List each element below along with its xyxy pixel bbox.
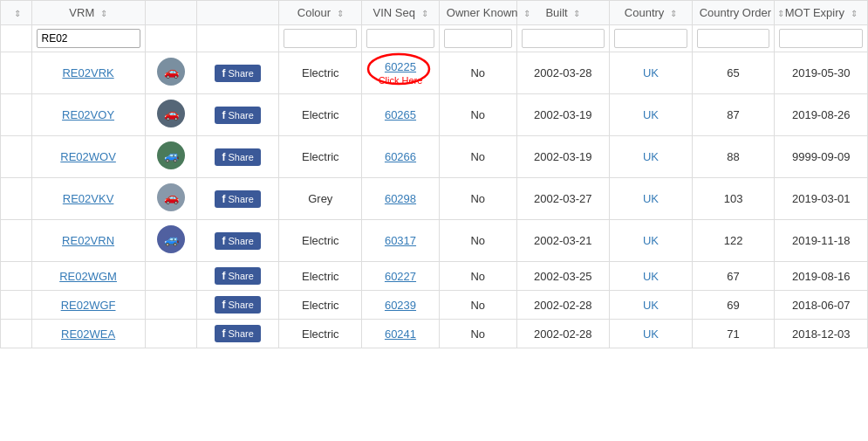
row-countryorder-cell: 69 [692,291,775,320]
filter-vinseq-input[interactable] [366,29,434,48]
filter-ownerknown-input[interactable] [444,29,512,48]
share-label: Share [228,271,253,281]
filter-built-input[interactable] [522,29,605,48]
share-label: Share [228,328,253,339]
row-built-cell: 2002-03-19 [516,94,609,136]
share-button[interactable]: f Share [215,296,260,314]
row-arrow-cell [1,52,32,94]
row-country-cell: UK [610,178,693,220]
filter-row [1,25,868,52]
row-avatar-cell: 🚙 [145,136,196,178]
country-link[interactable]: UK [643,327,659,341]
vinseq-link[interactable]: 60241 [385,327,416,341]
vrm-link[interactable]: RE02WEA [61,327,115,341]
share-button[interactable]: f Share [215,107,260,124]
row-colour-cell: Electric [279,136,362,178]
filter-colour-input[interactable] [284,29,357,48]
table-row: RE02VRK🚗 f Share Electric 60225 Click He… [1,52,868,94]
row-motexpiry-cell: 9999-09-09 [775,136,868,178]
vinseq-link[interactable]: 60266 [385,150,416,163]
svg-text:🚙: 🚙 [163,232,179,247]
sort-arrows-colour[interactable]: ⇕ [337,9,344,18]
sort-arrows-countryorder[interactable]: ⇕ [777,9,784,18]
vrm-link[interactable]: RE02WGM [59,270,117,283]
filter-motexpiry-input[interactable] [779,29,863,48]
vinseq-link[interactable]: 60317 [385,234,416,247]
share-button[interactable]: f Share [215,232,260,250]
filter-countryorder-input[interactable] [697,29,770,48]
row-vrm-cell: RE02VKV [31,178,145,220]
row-arrow-cell [1,178,32,220]
sort-arrows-ownerknown[interactable]: ⇕ [523,9,530,18]
sort-arrows-built[interactable]: ⇕ [573,9,580,18]
row-avatar-cell [145,291,196,320]
row-country-cell: UK [610,291,693,320]
share-label: Share [228,68,253,79]
row-vinseq-cell: 60266 [362,136,440,178]
row-country-cell: UK [610,262,693,291]
row-avatar-cell [145,262,196,291]
row-built-cell: 2002-03-21 [516,220,609,262]
vinseq-link[interactable]: 60298 [385,192,416,205]
vinseq-link[interactable]: 60265 [385,108,416,121]
country-link[interactable]: UK [643,192,659,205]
row-avatar-cell: 🚗 [145,52,196,94]
row-built-cell: 2002-03-19 [516,136,609,178]
header-row: ⇕ VRM ⇕ Colour ⇕ VIN Seq ⇕ Owner Known ⇕… [1,1,868,25]
country-link[interactable]: UK [643,270,659,283]
vrm-link[interactable]: RE02VKV [63,192,114,205]
row-vrm-cell: RE02WGM [31,262,145,291]
share-button[interactable]: f Share [215,267,260,285]
share-label: Share [228,152,253,162]
row-countryorder-cell: 71 [692,320,775,348]
country-link[interactable]: UK [643,66,659,79]
row-motexpiry-cell: 2018-12-03 [775,320,868,348]
share-button[interactable]: f Share [215,190,260,208]
vinseq-link[interactable]: 60225 [385,60,416,73]
sort-arrows-vrm[interactable]: ⇕ [100,9,107,18]
sort-arrows-vinseq[interactable]: ⇕ [421,9,428,18]
vrm-link[interactable]: RE02WOV [60,150,116,163]
row-countryorder-cell: 103 [692,178,775,220]
row-arrow-cell [1,262,32,291]
sort-arrows-arrow[interactable]: ⇕ [14,9,21,18]
sort-arrows-motexpiry[interactable]: ⇕ [851,9,858,18]
row-motexpiry-cell: 2019-08-16 [775,262,868,291]
row-colour-cell: Electric [279,220,362,262]
row-vinseq-cell: 60227 [362,262,440,291]
vinseq-link[interactable]: 60227 [385,270,416,283]
country-link[interactable]: UK [643,299,659,312]
row-arrow-cell [1,136,32,178]
row-colour-cell: Electric [279,52,362,94]
share-button[interactable]: f Share [215,65,260,82]
row-built-cell: 2002-03-28 [516,52,609,94]
table-row: RE02WGF f Share Electric60239No2002-02-2… [1,291,868,320]
sort-arrows-country[interactable]: ⇕ [670,9,677,18]
facebook-icon: f [222,270,225,282]
vinseq-link[interactable]: 60239 [385,299,416,312]
country-link[interactable]: UK [643,150,659,163]
row-ownerknown-cell: No [439,178,516,220]
table-row: RE02VOY🚗 f Share Electric60265No2002-03-… [1,94,868,136]
vrm-link[interactable]: RE02VRK [62,66,113,79]
filter-vrm-input[interactable] [37,29,140,48]
share-label: Share [228,300,253,310]
col-header-country: Country ⇕ [610,1,693,25]
col-header-vrm: VRM ⇕ [31,1,145,25]
vrm-link[interactable]: RE02VOY [62,108,114,121]
facebook-icon: f [222,67,225,79]
vrm-link[interactable]: RE02WGF [61,299,116,312]
svg-text:🚗: 🚗 [163,190,179,205]
row-ownerknown-cell: No [439,262,516,291]
share-button[interactable]: f Share [215,148,260,166]
row-vrm-cell: RE02WEA [31,320,145,348]
country-link[interactable]: UK [643,108,659,121]
row-built-cell: 2002-02-28 [516,291,609,320]
vrm-link[interactable]: RE02VRN [62,234,114,247]
country-link[interactable]: UK [643,234,659,247]
row-vinseq-cell: 60298 [362,178,440,220]
share-button[interactable]: f Share [215,325,260,342]
filter-country-input[interactable] [614,29,687,48]
row-ownerknown-cell: No [439,136,516,178]
facebook-icon: f [222,327,225,340]
